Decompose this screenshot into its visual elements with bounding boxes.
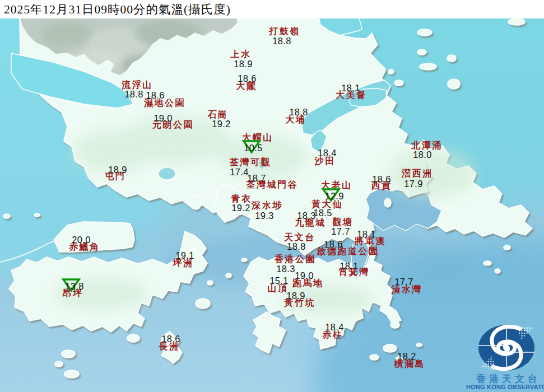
island-peng-chau <box>186 249 197 257</box>
island-po-toi-3 <box>396 357 402 361</box>
island-tung-lung <box>390 321 399 328</box>
title-bar: 2025年12月31日09時00分的氣溫(攝氏度) <box>0 0 544 18</box>
island-ninepin-2 <box>495 269 500 273</box>
island-mirs-4 <box>447 55 456 62</box>
island-mirs-6 <box>508 18 525 25</box>
island-soko-3 <box>64 370 79 378</box>
logo-text-english: HONG KONG OBSERVATORY <box>466 384 544 390</box>
island-mirs-1 <box>417 29 432 36</box>
island-hei-ling-chau <box>196 298 210 309</box>
island-ma-wan <box>191 196 201 209</box>
island-ninepin-3 <box>504 245 510 250</box>
island-waglan <box>416 343 422 347</box>
hko-logo-emblem <box>469 322 544 374</box>
island-soko-2 <box>55 361 63 367</box>
island-soko-1 <box>62 350 75 358</box>
island-ninepin-1 <box>483 261 491 265</box>
water-tai-lam-reservoir <box>159 167 175 180</box>
island-tolo-1 <box>394 80 403 86</box>
island-po-toi-2 <box>370 354 379 360</box>
island-shek-kwu-chau <box>127 334 140 342</box>
island-sunshine <box>207 281 213 285</box>
hong-kong-map <box>0 0 544 392</box>
hko-temperature-map-page: { "title": {"text": "2025年12月31日09時00分的氣… <box>0 0 544 392</box>
island-sharp <box>384 198 391 207</box>
island-kau-yi-chau <box>226 273 231 278</box>
island-po-toi-1 <box>383 344 397 352</box>
islet-west-2 <box>34 213 40 217</box>
island-green <box>241 258 247 262</box>
hko-logo: 香港天文台 HONG KONG OBSERVATORY <box>469 322 544 392</box>
island-mirs-2 <box>417 49 426 55</box>
island-tolo-2 <box>388 69 394 74</box>
island-mirs-3 <box>420 63 436 70</box>
map-title: 2025年12月31日09時00分的氣溫(攝氏度) <box>4 1 231 17</box>
airport-chek-lap-kok <box>54 222 134 252</box>
islet-west-1 <box>3 214 10 218</box>
island-mirs-5 <box>448 79 460 89</box>
